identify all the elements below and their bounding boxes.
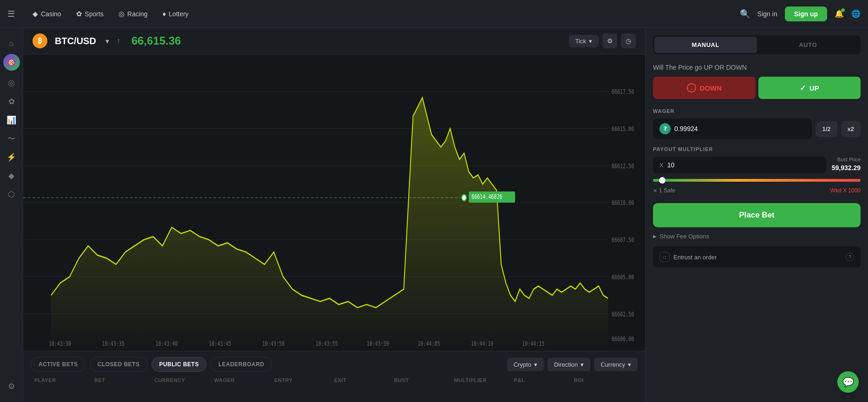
wild-label: Wkd — [830, 187, 842, 194]
pair-name: BTC/USD — [55, 36, 96, 46]
col-wager: WAGER — [214, 377, 274, 383]
crypto-filter-icon: ▾ — [534, 361, 537, 368]
lottery-icon: ♦ — [163, 10, 166, 18]
nav-right: 🔍 Sign in Sign up 🔔 🌐 — [740, 7, 861, 21]
nav-item-racing[interactable]: ◎ Racing — [112, 6, 154, 22]
svg-text:10:43:55: 10:43:55 — [316, 340, 338, 348]
entrust-left: □ Entrust an order — [659, 252, 717, 262]
svg-text:10:44:10: 10:44:10 — [471, 340, 493, 348]
pair-dropdown[interactable]: ▾ — [105, 37, 109, 46]
tab-leaderboard[interactable]: LEADERBOARD — [210, 357, 272, 372]
direction-label: Will The Price go UP OR DOWN — [653, 64, 861, 71]
entrust-label: Entrust an order — [673, 254, 717, 261]
sidebar-item-settings[interactable]: ⚙ — [3, 378, 20, 395]
casino-icon: ◆ — [33, 10, 38, 18]
svg-text:10:44:15: 10:44:15 — [522, 340, 544, 348]
nav-item-casino[interactable]: ◆ Casino — [26, 6, 68, 22]
sidebar-item-coin[interactable]: ◎ — [3, 74, 20, 91]
crypto-filter[interactable]: Crypto ▾ — [507, 358, 544, 371]
right-panel: MANUAL AUTO Will The Price go UP OR DOWN… — [645, 28, 868, 402]
currency-filter[interactable]: Currency ▾ — [594, 358, 638, 371]
sidebar-item-shield[interactable]: ⬡ — [3, 186, 20, 203]
chart-controls: Tick ▾ ⚙ ◷ — [569, 33, 636, 48]
col-pnl: P&L — [514, 377, 574, 383]
sidebar-item-wave[interactable]: 〜 — [3, 130, 20, 147]
top-nav: ☰ ◆ Casino ✿ Sports ◎ Racing ♦ Lottery 🔍… — [0, 0, 868, 28]
double-button[interactable]: x2 — [841, 121, 861, 137]
sidebar-item-bolt[interactable]: ⚡ — [3, 149, 20, 165]
nav-item-lottery[interactable]: ♦ Lottery — [156, 6, 195, 21]
svg-text:66605.00: 66605.00 — [612, 273, 634, 281]
bust-price-wrap: Bust Price 59,932.29 — [832, 157, 861, 171]
up-button[interactable]: ✓ UP — [758, 77, 861, 99]
svg-text:66614.46826: 66614.46826 — [471, 193, 502, 201]
down-button[interactable]: ↓ DOWN — [653, 77, 756, 99]
sidebar-item-special[interactable]: 🎯 — [3, 54, 20, 71]
slider-track — [653, 179, 861, 182]
multiplier-input[interactable]: X 10 — [653, 157, 826, 173]
bet-mode-tabs: MANUAL AUTO — [653, 35, 861, 54]
tab-active-bets[interactable]: ACTIVE BETS — [31, 357, 86, 372]
col-exit: EXIT — [334, 377, 394, 383]
safe-label: 1 Safe — [659, 187, 675, 194]
wild-tag: Wkd X 1000 — [830, 187, 861, 194]
wager-input[interactable]: ₮ 0.99924 — [653, 119, 812, 139]
crypto-filter-label: Crypto — [514, 361, 531, 368]
multiplier-value: 10 — [667, 161, 820, 169]
signin-button[interactable]: Sign in — [757, 10, 777, 18]
sidebar-item-home[interactable]: ⌂ — [3, 35, 20, 52]
nav-sports-label: Sports — [85, 10, 104, 18]
sidebar-item-diamond[interactable]: ◆ — [3, 167, 20, 184]
tab-manual[interactable]: MANUAL — [654, 37, 757, 53]
safe-tag: ✕ 1 Safe — [653, 187, 675, 194]
fee-options-toggle[interactable]: ▶ Show Fee Options — [653, 233, 861, 240]
entrust-row: □ Entrust an order ? — [653, 246, 861, 268]
signup-button[interactable]: Sign up — [785, 7, 827, 21]
safe-wild-row: ✕ 1 Safe Wkd X 1000 — [653, 187, 861, 194]
place-bet-button[interactable]: Place Bet — [653, 203, 861, 227]
safe-x-icon: ✕ — [653, 188, 657, 194]
up-label: UP — [809, 84, 819, 92]
racing-icon: ◎ — [118, 10, 124, 18]
chart-settings-button[interactable]: ⚙ — [602, 33, 617, 48]
main-content: ₿ BTC/USD ▾ ↑ 66,615.36 Tick ▾ ⚙ ◷ — [23, 28, 645, 402]
col-multiplier: MULTIPLIER — [454, 377, 514, 383]
wager-value: 0.99924 — [674, 125, 805, 132]
globe-icon[interactable]: 🌐 — [851, 9, 861, 18]
multiplier-slider[interactable] — [653, 179, 861, 182]
col-bust: BUST — [394, 377, 454, 383]
currency-filter-icon: ▾ — [628, 361, 631, 368]
svg-text:10:43:35: 10:43:35 — [102, 340, 124, 348]
svg-text:10:43:45: 10:43:45 — [209, 340, 231, 348]
svg-text:10:43:40: 10:43:40 — [156, 340, 178, 348]
sidebar-item-leaf[interactable]: ✿ — [3, 93, 20, 110]
col-currency: CURRENCY — [154, 377, 214, 383]
tab-public-bets[interactable]: PUBLIC BETS — [151, 357, 207, 372]
chart-history-button[interactable]: ◷ — [621, 33, 636, 48]
tab-auto[interactable]: AUTO — [757, 37, 860, 53]
help-icon[interactable]: ? — [846, 253, 854, 261]
tick-button[interactable]: Tick ▾ — [569, 35, 599, 47]
svg-text:66607.50: 66607.50 — [612, 237, 634, 244]
chart-header: ₿ BTC/USD ▾ ↑ 66,615.36 Tick ▾ ⚙ ◷ — [23, 28, 645, 54]
search-icon[interactable]: 🔍 — [740, 9, 750, 19]
svg-point-8 — [462, 195, 466, 201]
nav-item-sports[interactable]: ✿ Sports — [70, 6, 110, 22]
support-button[interactable]: 💬 — [837, 371, 859, 393]
wager-row: ₮ 0.99924 1/2 x2 — [653, 119, 861, 139]
fee-arrow-icon: ▶ — [653, 234, 657, 239]
direction-filter[interactable]: Direction ▾ — [548, 358, 590, 371]
multiplier-row: X 10 Bust Price 59,932.29 — [653, 157, 861, 173]
bell-icon[interactable]: 🔔 — [835, 9, 844, 18]
sidebar-item-chart[interactable]: 📊 — [3, 112, 20, 128]
svg-text:66600.00: 66600.00 — [612, 335, 634, 343]
slider-thumb[interactable] — [659, 177, 666, 184]
tick-label: Tick — [575, 38, 586, 45]
tab-closed-bets[interactable]: CLOSED BETS — [90, 357, 148, 372]
half-button[interactable]: 1/2 — [816, 121, 837, 137]
direction-filter-label: Direction — [554, 361, 578, 368]
hamburger-menu[interactable]: ☰ — [7, 9, 15, 19]
bottom-tabs: ACTIVE BETS CLOSED BETS PUBLIC BETS LEAD… — [23, 351, 645, 402]
wild-value: X 1000 — [843, 187, 861, 194]
wager-section-label: WAGER — [653, 108, 861, 114]
